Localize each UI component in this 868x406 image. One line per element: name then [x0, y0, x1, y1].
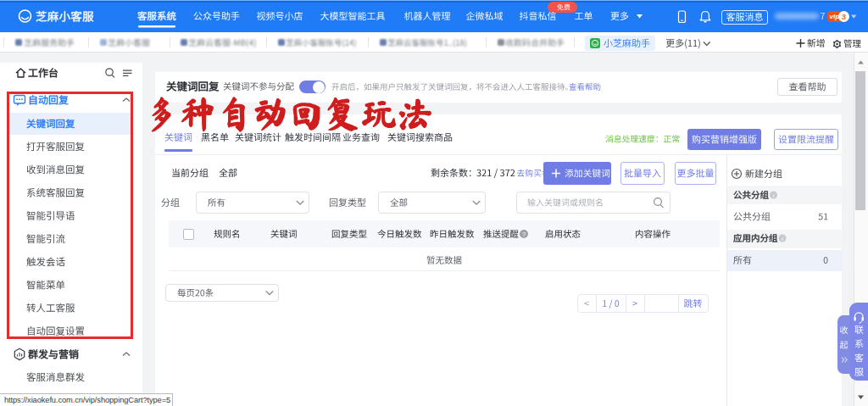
svg-text:i: i	[782, 236, 783, 242]
svg-text:?: ?	[522, 231, 526, 238]
svg-text:i: i	[773, 192, 775, 199]
